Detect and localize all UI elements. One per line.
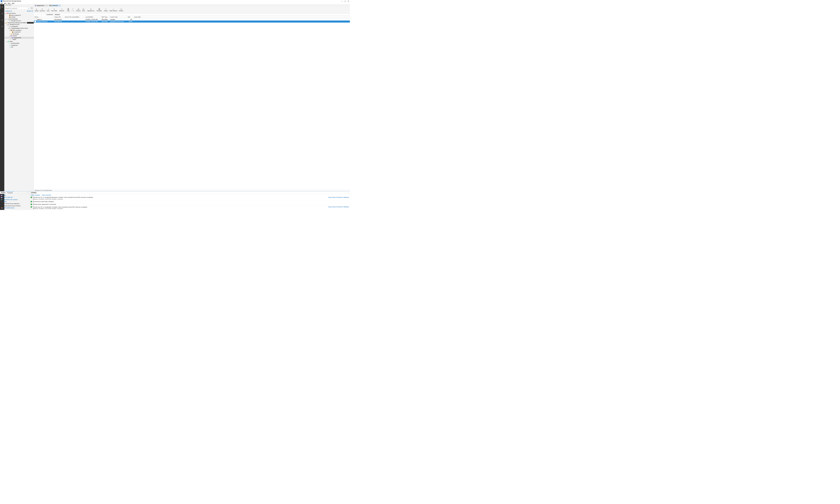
menu-edit[interactable]: Edit bbox=[4, 2, 6, 4]
actions-panel: Actions Properties ⌄ Open Open in New Ta… bbox=[0, 192, 30, 210]
action-sas[interactable]: Get Shared Access Signature... bbox=[0, 203, 30, 205]
col-tier-mod[interactable]: Access Tier Last Modified bbox=[64, 16, 85, 18]
action-quick-access[interactable]: 📌Add to Quick Access bbox=[0, 207, 30, 209]
minimize-button[interactable]: — bbox=[341, 0, 343, 2]
tree-subscription[interactable]: ◢Visual Studio Ultimate with MSDN (█████… bbox=[4, 22, 34, 23]
col-lease[interactable]: Lease State bbox=[134, 16, 143, 18]
tree-tables[interactable]: ▸Tables bbox=[4, 39, 34, 40]
rename-button[interactable]: Rename bbox=[76, 7, 81, 13]
col-last-mod[interactable]: Last Modified bbox=[85, 16, 101, 18]
close-button[interactable]: ✕ bbox=[348, 0, 349, 2]
menu-file[interactable]: File bbox=[0, 2, 2, 4]
menu-help[interactable]: Help bbox=[12, 2, 14, 4]
clear-successful-link[interactable]: Clear successful bbox=[42, 194, 51, 196]
tree-disk-item-0[interactable]: cloudservice01 bbox=[4, 42, 34, 44]
activity-explorer-icon[interactable] bbox=[0, 5, 4, 9]
success-icon: ✓ bbox=[31, 203, 32, 205]
folder-stats-button[interactable]: Folder Statistics bbox=[109, 7, 118, 13]
tree-sub-storage-accounts[interactable]: ◢Storage Accounts bbox=[4, 24, 34, 25]
tree-disks[interactable]: ◢Disks bbox=[4, 40, 34, 42]
action-open-new-tab[interactable]: Open in New Tab bbox=[0, 197, 30, 199]
nav-back-icon[interactable]: ← bbox=[35, 14, 37, 16]
new-folder-button[interactable]: New Folder bbox=[51, 7, 58, 13]
search-input[interactable] bbox=[5, 7, 28, 9]
tree-file-shares[interactable]: ▸File Shares bbox=[4, 33, 34, 35]
crumb-1[interactable]: datatypes bbox=[55, 14, 60, 15]
tree-appqueue01[interactable]: appqueue01 bbox=[4, 37, 34, 38]
tree-quick-access[interactable]: ◢📌Quick Access bbox=[4, 13, 34, 14]
tree-disk-item-2[interactable]: test bbox=[4, 46, 34, 48]
refresh-all-link[interactable]: Refresh All bbox=[27, 10, 33, 12]
tab-container01[interactable]: container01 × bbox=[49, 4, 61, 7]
clear-search-icon[interactable]: × bbox=[28, 7, 30, 9]
activity-row: ✓ Created queue 'appqueue01' successfull… bbox=[31, 203, 349, 205]
app-icon bbox=[0, 0, 2, 2]
activity-settings-icon[interactable] bbox=[0, 24, 4, 28]
panel-caret-icon[interactable]: ⌄ bbox=[348, 192, 349, 193]
tree-disk-item-1[interactable]: storage-test bbox=[4, 44, 34, 46]
refresh-button[interactable]: Refresh bbox=[119, 7, 124, 13]
action-policies[interactable]: Manage Stored Access Policies... bbox=[0, 205, 30, 207]
action-copy-link[interactable]: 🔗Copy Direct Link to Queue bbox=[0, 199, 30, 201]
tree-local-attached[interactable]: ◢Local & Attached bbox=[4, 18, 34, 20]
tree-queues[interactable]: ◢Queues bbox=[4, 35, 34, 37]
tree-blob-containers[interactable]: ◢Blob Containers bbox=[4, 29, 34, 31]
activity-connect-icon[interactable] bbox=[0, 18, 4, 22]
paste-button: Paste bbox=[70, 7, 75, 13]
col-content-type[interactable]: Content Type bbox=[109, 16, 127, 18]
copy-azcopy-link[interactable]: Copy AzCopy Command to Clipboard bbox=[328, 206, 349, 208]
download-button[interactable]: Download bbox=[39, 7, 45, 13]
nav-up-icon[interactable]: ↑ bbox=[43, 14, 45, 16]
copy-button[interactable]: Copy bbox=[66, 7, 70, 13]
tab-appqueue01[interactable]: appqueue01 •⁺ × bbox=[34, 4, 49, 7]
tree-quick-item-1[interactable]: msteam bbox=[4, 16, 34, 18]
manage-acls-button[interactable]: Manage ACLs bbox=[86, 7, 96, 13]
collapse-all-link[interactable]: Collapse All bbox=[5, 10, 12, 12]
move-button[interactable]: Move bbox=[81, 7, 86, 13]
copy-azcopy-link[interactable]: Copy AzCopy Command to Clipboard bbox=[328, 197, 349, 198]
delete-button[interactable]: Delete bbox=[103, 7, 108, 13]
close-tab-icon[interactable]: × bbox=[46, 5, 48, 6]
success-icon: ✓ bbox=[31, 206, 32, 208]
success-icon: ✓ bbox=[31, 201, 32, 202]
clear-completed-link[interactable]: Clear completed bbox=[31, 194, 40, 196]
maximize-button[interactable]: ▢ bbox=[344, 0, 346, 2]
success-icon: ✓ bbox=[31, 197, 32, 198]
activity-account-icon[interactable] bbox=[0, 12, 4, 16]
nav-recent-icon[interactable]: ⌄ bbox=[40, 14, 42, 16]
tree-account-craxaltest[interactable]: ▸craxaltest01 bbox=[4, 25, 34, 27]
menu-view[interactable]: View bbox=[8, 2, 11, 4]
table-row[interactable]: datatypes.typed.csv Hot (inferred) 3/1/2… bbox=[34, 20, 350, 22]
select-all-button[interactable]: Select All bbox=[58, 7, 66, 13]
tree-quick-item-0[interactable]: blob-container-01 bbox=[4, 14, 34, 16]
action-open[interactable]: Open bbox=[0, 194, 30, 196]
properties-button[interactable]: Properties bbox=[96, 7, 103, 13]
table-row[interactable]: 16gb0.txt Hot (inferred) 3/1/2021, 2:43:… bbox=[34, 18, 350, 20]
tab-properties[interactable]: Properties bbox=[6, 192, 14, 194]
explorer-header: EXPLORER bbox=[4, 4, 34, 6]
nav-forward-icon[interactable]: → bbox=[38, 14, 40, 16]
tree-container01[interactable]: container01 bbox=[4, 31, 34, 33]
svg-point-7 bbox=[2, 26, 2, 27]
breadcrumb[interactable]: container01 › datatypes bbox=[46, 14, 349, 16]
open-button[interactable]: Open bbox=[46, 7, 51, 13]
close-tab-icon[interactable]: × bbox=[58, 5, 60, 6]
upload-button[interactable]: Upload bbox=[34, 7, 39, 13]
tab-activities[interactable]: Activities bbox=[31, 192, 37, 194]
search-input-wrap: × bbox=[5, 7, 30, 10]
tree-account-cxappstorage[interactable]: ◢cxappstorage01 (ADLS Gen2) bbox=[4, 28, 34, 29]
panel-caret-icon[interactable]: ⌄ bbox=[27, 192, 30, 194]
col-blob-type[interactable]: Blob Type bbox=[101, 16, 109, 18]
col-name[interactable]: Name▲ bbox=[34, 16, 54, 18]
col-size[interactable]: Size bbox=[127, 16, 134, 18]
tab-actions[interactable]: Actions bbox=[0, 192, 6, 194]
action-delete[interactable]: ✕Delete bbox=[0, 201, 30, 202]
search-button[interactable] bbox=[31, 7, 33, 10]
crumb-0[interactable]: container01 bbox=[47, 14, 53, 15]
svg-point-22 bbox=[91, 9, 91, 9]
col-tier[interactable]: Access Tier bbox=[54, 16, 64, 18]
tree-local-storage-accounts[interactable]: ▸Storage Accounts bbox=[4, 20, 34, 22]
svg-point-10 bbox=[31, 8, 32, 8]
svg-rect-17 bbox=[72, 9, 73, 10]
file-table: Name▲ Access Tier Access Tier Last Modif… bbox=[34, 16, 350, 189]
